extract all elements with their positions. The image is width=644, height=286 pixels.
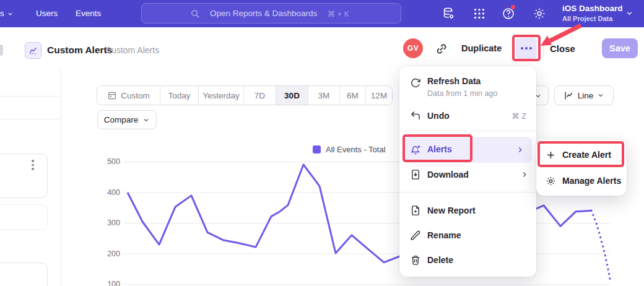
menu-item-label: Rename (427, 230, 461, 240)
app-window: 500 400 300 200 100 All Events - Total C… (0, 0, 644, 286)
menu-item-undo[interactable]: Undo ⌘ Z (399, 105, 536, 127)
download-icon (410, 169, 421, 180)
range-label: Custom (121, 91, 150, 100)
y-axis-tick: 100 (93, 280, 120, 286)
submenu-item-label: Manage Alerts (562, 176, 621, 186)
legend-label: All Events - Total (326, 145, 386, 154)
y-axis-tick: 500 (93, 157, 120, 166)
range-6m[interactable]: 6M (340, 86, 366, 105)
menu-item-rename[interactable]: Rename (399, 223, 536, 247)
search-icon (190, 9, 201, 19)
project-switcher[interactable]: iOS Dashboard All Project Data (562, 3, 623, 24)
menu-item-label: Download (427, 170, 469, 180)
range-label: Today (168, 91, 190, 100)
range-yesterday[interactable]: Yesterday (199, 86, 244, 105)
menu-item-label: Delete (427, 255, 453, 265)
menu-divider (399, 192, 536, 193)
range-12m[interactable]: 12M (366, 86, 392, 105)
notification-dot (510, 4, 516, 10)
menu-item-shortcut: ⌘ Z (511, 111, 526, 121)
nav-item-partial[interactable]: s (0, 0, 4, 27)
project-name: iOS Dashboard (562, 3, 623, 14)
settings-gear-icon[interactable] (533, 7, 546, 20)
nav-item-users[interactable]: Users (36, 0, 58, 27)
refresh-icon (410, 77, 421, 89)
chevron-down-icon (625, 9, 633, 17)
menu-item-label: Refresh Data (427, 76, 481, 86)
menu-item-alerts[interactable]: Alerts (404, 137, 532, 163)
menu-item-delete[interactable]: Delete (399, 248, 536, 272)
submenu-item-manage-alerts[interactable]: Manage Alerts (536, 169, 627, 193)
range-7d[interactable]: 7D (244, 86, 276, 105)
chart-legend[interactable]: All Events - Total (313, 145, 386, 154)
menu-item-refresh-data[interactable]: Refresh Data Data from 1 min ago (399, 70, 536, 102)
project-scope: All Project Data (562, 14, 623, 24)
legend-swatch (313, 145, 321, 154)
y-axis-tick: 200 (93, 249, 120, 258)
menu-item-subtitle: Data from 1 min ago (427, 89, 497, 98)
range-label: 12M (371, 91, 387, 100)
range-label: 7D (255, 91, 265, 100)
range-label: 3M (318, 91, 330, 100)
range-label: Yesterday (202, 91, 240, 100)
chart-type-dropdown[interactable]: Line (554, 85, 614, 105)
new-report-icon (410, 205, 421, 216)
data-management-icon[interactable] (442, 7, 455, 20)
menu-item-label: Undo (427, 111, 450, 121)
search-input[interactable]: Open Reports & Dashboards ⌘ + K (141, 3, 401, 24)
y-axis-tick: 300 (93, 219, 120, 227)
gear-icon (546, 176, 556, 186)
chart-type-label: Line (578, 91, 594, 100)
calendar-icon (107, 90, 117, 100)
search-shortcut: ⌘ + K (328, 9, 349, 19)
nav-item-events[interactable]: Events (76, 0, 101, 27)
range-today[interactable]: Today (160, 86, 199, 105)
range-label: 6M (347, 91, 359, 100)
submenu-item-label: Create Alert (562, 150, 611, 160)
delete-trash-icon (410, 254, 421, 266)
menu-divider (399, 131, 536, 131)
more-options-menu: Refresh Data Data from 1 min ago Undo ⌘ … (399, 66, 536, 277)
apps-grid-icon[interactable] (472, 7, 486, 20)
range-3m[interactable]: 3M (308, 86, 340, 105)
plus-icon (546, 150, 556, 160)
submenu-item-create-alert[interactable]: Create Alert (536, 143, 627, 167)
chevron-down-icon (142, 116, 150, 124)
range-30d-selected[interactable]: 30D (276, 86, 308, 105)
alerts-submenu: Create Alert Manage Alerts (536, 139, 627, 196)
range-custom[interactable]: Custom (97, 86, 160, 105)
nav-item-label: s (0, 9, 4, 18)
chevron-down-icon (597, 92, 604, 99)
date-range-selector: Custom Today Yesterday 7D 30D 3M 6M 12M (97, 85, 393, 105)
alert-bell-plus-icon (410, 144, 421, 155)
line-chart-icon (564, 90, 574, 101)
chevron-down-icon (7, 11, 14, 17)
rename-pencil-icon (410, 230, 421, 241)
y-axis-tick: 400 (93, 188, 120, 197)
menu-item-new-report[interactable]: New Report (399, 199, 536, 222)
range-label: 30D (284, 91, 300, 100)
chevron-right-icon (520, 170, 529, 179)
menu-item-label: New Report (427, 206, 476, 215)
compare-dropdown[interactable]: Compare (97, 110, 157, 129)
chevron-right-icon (516, 145, 524, 154)
compare-label: Compare (104, 115, 139, 124)
search-placeholder: Open Reports & Dashboards (210, 9, 317, 18)
menu-item-download[interactable]: Download (399, 163, 536, 186)
undo-icon (410, 110, 421, 121)
menu-item-label: Alerts (427, 144, 452, 154)
top-nav: s Users Events Open Reports & Dashboards… (0, 0, 644, 27)
